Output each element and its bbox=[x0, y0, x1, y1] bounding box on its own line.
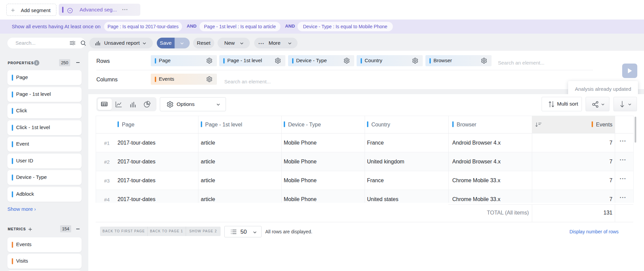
svg-text:i: i bbox=[36, 61, 37, 65]
